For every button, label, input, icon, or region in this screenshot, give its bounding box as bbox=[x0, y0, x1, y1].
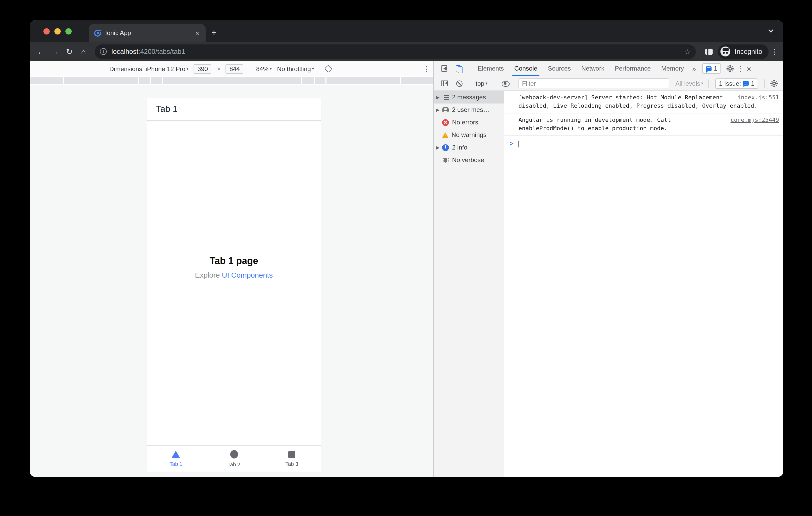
zoom-select[interactable]: 84% ▾ bbox=[256, 65, 272, 72]
divider bbox=[709, 79, 709, 88]
sidebar-item-label: No verbose bbox=[452, 156, 484, 164]
sidebar-item-info[interactable]: ▶ 2 info bbox=[434, 141, 504, 154]
app-tab-label: Tab 3 bbox=[285, 461, 298, 466]
console-sidebar-toggle-icon[interactable] bbox=[441, 81, 448, 86]
source-link[interactable]: core.mjs:25449 bbox=[731, 116, 779, 124]
address-bar[interactable]: i localhost:4200/tabs/tab1 ☆ bbox=[95, 44, 696, 59]
sidebar-item-label: No warnings bbox=[452, 131, 486, 139]
incognito-label: Incognito bbox=[734, 48, 762, 55]
text-cursor bbox=[518, 140, 519, 147]
app-tab-3[interactable]: Tab 3 bbox=[263, 446, 321, 472]
chevron-down-icon: ▾ bbox=[186, 66, 188, 71]
close-tab-icon[interactable]: × bbox=[194, 30, 200, 36]
page-pane: Dimensions: iPhone 12 Pro ▾ × 84% ▾ No t… bbox=[30, 61, 433, 477]
sidebar-item-label: No errors bbox=[452, 119, 478, 126]
app-tab-2[interactable]: Tab 2 bbox=[205, 446, 263, 472]
tab-network[interactable]: Network bbox=[576, 61, 610, 76]
app-tab-label: Tab 1 bbox=[170, 461, 182, 467]
viewport-width-input[interactable] bbox=[194, 64, 212, 73]
throttling-select[interactable]: No throttling ▾ bbox=[277, 65, 314, 72]
app-tab-1[interactable]: Tab 1 bbox=[147, 446, 205, 472]
app-content: Tab 1 page Explore UI Components bbox=[147, 121, 321, 446]
expand-arrow-icon[interactable]: ▶ bbox=[436, 95, 442, 99]
app-header: Tab 1 bbox=[147, 98, 321, 121]
throttling-value: No throttling bbox=[277, 65, 311, 72]
tab-elements[interactable]: Elements bbox=[472, 61, 509, 76]
tab-console[interactable]: Console bbox=[509, 61, 543, 76]
square-icon bbox=[288, 451, 295, 458]
browser-tab[interactable]: Ionic App × bbox=[89, 24, 206, 42]
console-filter-input[interactable] bbox=[518, 79, 669, 88]
issues-counter-console[interactable]: 1 Issue: 1 bbox=[716, 78, 758, 89]
sidebar-item-label: 2 info bbox=[452, 144, 467, 151]
context-label: top bbox=[475, 80, 484, 87]
issues-bubble-icon bbox=[743, 81, 749, 86]
tab-performance[interactable]: Performance bbox=[610, 61, 656, 76]
triangle-icon bbox=[172, 451, 180, 458]
device-toolbar-menu-icon[interactable]: ⋮ bbox=[420, 65, 432, 73]
issues-bubble-icon bbox=[706, 66, 712, 71]
forward-icon: → bbox=[48, 47, 62, 56]
reload-icon[interactable]: ↻ bbox=[62, 47, 77, 56]
back-icon[interactable]: ← bbox=[34, 47, 48, 56]
sidebar-item-warnings[interactable]: No warnings bbox=[434, 129, 504, 141]
settings-gear-icon[interactable] bbox=[728, 67, 732, 70]
levels-label: All levels bbox=[675, 80, 700, 87]
tab-memory[interactable]: Memory bbox=[656, 61, 689, 76]
divider bbox=[493, 79, 493, 88]
welcome-block: Tab 1 page Explore UI Components bbox=[195, 256, 272, 279]
rotate-viewport-icon[interactable] bbox=[324, 65, 332, 73]
error-icon bbox=[442, 119, 449, 126]
sidebar-item-user-messages[interactable]: ▶ 2 user mes… bbox=[434, 103, 504, 116]
minimize-window-button[interactable] bbox=[54, 28, 61, 34]
maximize-window-button[interactable] bbox=[65, 28, 72, 34]
sidebar-item-all-messages[interactable]: ▶ 2 messages bbox=[434, 91, 504, 103]
source-link[interactable]: index.js:551 bbox=[737, 94, 779, 102]
home-icon[interactable]: ⌂ bbox=[77, 47, 90, 56]
expand-arrow-icon[interactable]: ▶ bbox=[436, 108, 442, 112]
inspect-element-icon[interactable] bbox=[441, 65, 447, 72]
javascript-context-select[interactable]: top ▾ bbox=[473, 80, 489, 87]
site-info-icon[interactable]: i bbox=[100, 48, 107, 55]
app-tab-label: Tab 2 bbox=[228, 462, 240, 467]
console-settings-gear-icon[interactable] bbox=[772, 82, 776, 85]
app-header-title: Tab 1 bbox=[156, 104, 178, 115]
side-panel-icon[interactable] bbox=[705, 48, 713, 55]
viewport-height-input[interactable] bbox=[226, 64, 243, 73]
sidebar-item-verbose[interactable]: No verbose bbox=[434, 154, 504, 166]
chevron-down-icon: ▾ bbox=[701, 81, 703, 86]
device-dimensions-select[interactable]: Dimensions: iPhone 12 Pro ▾ bbox=[109, 65, 188, 72]
devtools-menu-icon[interactable]: ⋮ bbox=[736, 64, 745, 73]
log-levels-select[interactable]: All levels ▾ bbox=[673, 80, 705, 87]
tab-sources[interactable]: Sources bbox=[543, 61, 576, 76]
close-window-button[interactable] bbox=[44, 28, 50, 34]
console-prompt[interactable]: > bbox=[504, 136, 783, 152]
tab-strip: Ionic App × + bbox=[30, 20, 783, 42]
browser-menu-icon[interactable]: ⋮ bbox=[768, 47, 780, 56]
sidebar-item-errors[interactable]: No errors bbox=[434, 116, 504, 129]
sidebar-item-label: 2 messages bbox=[452, 94, 486, 101]
new-tab-button[interactable]: + bbox=[211, 28, 216, 38]
bookmark-star-icon[interactable]: ☆ bbox=[684, 47, 691, 56]
clear-console-icon[interactable] bbox=[456, 80, 463, 87]
chevron-down-icon: ▾ bbox=[485, 81, 487, 86]
url-text: localhost:4200/tabs/tab1 bbox=[111, 48, 679, 55]
list-icon bbox=[442, 94, 449, 101]
close-devtools-icon[interactable]: × bbox=[745, 64, 755, 73]
more-tabs-icon[interactable]: » bbox=[689, 65, 699, 72]
device-toolbar-toggle-icon[interactable] bbox=[456, 65, 460, 72]
page-title: Tab 1 page bbox=[195, 256, 272, 267]
tab-search-chevron-icon[interactable] bbox=[768, 27, 774, 33]
window-controls bbox=[44, 28, 72, 34]
divider bbox=[469, 64, 469, 73]
live-expression-eye-icon[interactable] bbox=[501, 80, 509, 87]
main-area: Dimensions: iPhone 12 Pro ▾ × 84% ▾ No t… bbox=[30, 61, 783, 477]
user-icon bbox=[442, 107, 449, 113]
media-query-bar[interactable] bbox=[30, 76, 433, 85]
app-tab-bar: Tab 1 Tab 2 Tab 3 bbox=[147, 446, 321, 472]
issue-count: 1 bbox=[751, 80, 754, 87]
expand-arrow-icon[interactable]: ▶ bbox=[436, 145, 442, 150]
ui-components-link[interactable]: UI Components bbox=[222, 271, 273, 279]
issues-counter[interactable]: 1 bbox=[702, 63, 721, 74]
ionic-favicon-icon bbox=[94, 30, 101, 36]
